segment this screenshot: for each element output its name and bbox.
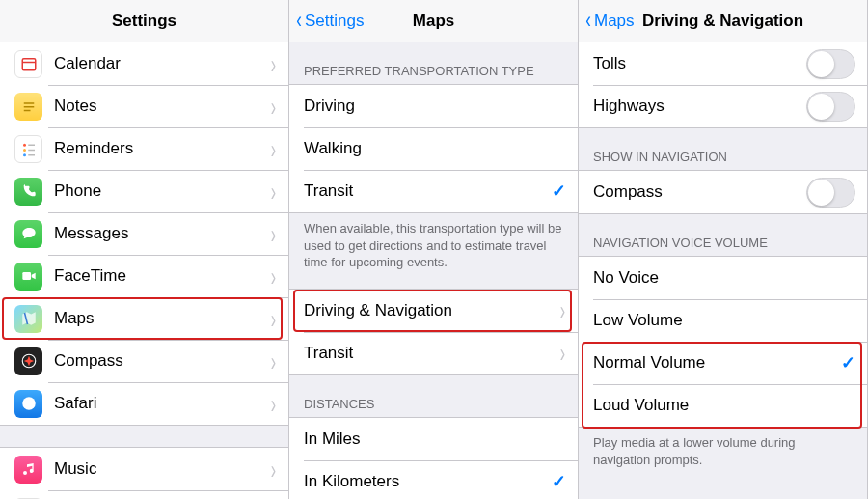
- chevron-right-icon: ›: [560, 295, 565, 326]
- settings-row-calendar[interactable]: Calendar›: [0, 42, 288, 85]
- back-button[interactable]: ‹ Settings: [295, 0, 364, 42]
- svg-rect-0: [22, 59, 36, 70]
- chevron-right-icon: ›: [271, 388, 276, 419]
- section-footer-transport: When available, this transportation type…: [289, 213, 578, 279]
- toggle-switch[interactable]: [806, 49, 855, 79]
- chevron-right-icon: ›: [271, 91, 276, 122]
- settings-row-phone[interactable]: Phone›: [0, 170, 288, 212]
- row-label: Notes: [54, 97, 270, 116]
- row-label: Driving & Navigation: [304, 301, 559, 320]
- back-label: Settings: [305, 12, 364, 31]
- chevron-right-icon: ›: [271, 346, 276, 376]
- page-title: Driving & Navigation: [642, 12, 803, 31]
- settings-row-safari[interactable]: Safari›: [0, 382, 288, 425]
- page-title: Maps: [413, 12, 454, 31]
- avoid-toggle-highways: Highways: [579, 85, 867, 127]
- row-label: Driving: [304, 97, 566, 116]
- reminders-icon: [14, 135, 42, 163]
- chevron-right-icon: ›: [271, 133, 276, 164]
- row-label: In Miles: [304, 430, 566, 449]
- chevron-right-icon: ›: [271, 176, 276, 207]
- row-label: Transit: [304, 344, 559, 363]
- section-header-show: SHOW IN NAVIGATION: [579, 128, 867, 170]
- section-header-volume: NAVIGATION VOICE VOLUME: [579, 214, 867, 256]
- volume-option-normal-volume[interactable]: Normal Volume✓: [579, 342, 867, 384]
- nav-row-driving-navigation[interactable]: Driving & Navigation›: [289, 290, 578, 332]
- svg-point-7: [23, 153, 26, 156]
- section-header-distances: DISTANCES: [289, 375, 578, 417]
- driving-nav-panel: ‹ Maps Driving & Navigation TollsHighway…: [579, 0, 868, 499]
- settings-row-music[interactable]: Music›: [0, 448, 288, 490]
- row-label: Highways: [593, 97, 806, 116]
- show-toggle-compass: Compass: [579, 171, 867, 213]
- transport-option-walking[interactable]: Walking: [289, 127, 578, 170]
- volume-option-low-volume[interactable]: Low Volume: [579, 299, 867, 342]
- row-label: Normal Volume: [593, 353, 841, 373]
- chevron-right-icon: ›: [271, 218, 276, 249]
- svg-point-13: [22, 397, 36, 410]
- chevron-right-icon: ›: [271, 303, 276, 334]
- row-label: Messages: [54, 224, 270, 243]
- section-footer-volume: Play media at a lower volume during navi…: [579, 428, 867, 476]
- chevron-right-icon: ›: [271, 454, 276, 485]
- row-label: Reminders: [54, 139, 270, 158]
- svg-point-6: [23, 149, 26, 152]
- row-label: Walking: [304, 139, 566, 158]
- calendar-icon: [14, 50, 42, 78]
- svg-point-5: [23, 144, 26, 147]
- navbar: ‹ Settings Maps: [289, 0, 578, 42]
- avoid-toggle-tolls: Tolls: [579, 42, 867, 85]
- chevron-left-icon: ‹: [296, 9, 302, 32]
- volume-option-loud-volume[interactable]: Loud Volume: [579, 384, 867, 427]
- row-label: Phone: [54, 181, 270, 201]
- phone-icon: [14, 178, 42, 206]
- safari-icon: [14, 390, 42, 418]
- toggle-switch[interactable]: [806, 92, 855, 122]
- chevron-right-icon: ›: [560, 338, 565, 369]
- transport-option-driving[interactable]: Driving: [289, 85, 578, 127]
- page-title: Settings: [112, 12, 176, 31]
- row-label: Music: [54, 459, 270, 479]
- settings-row-reminders[interactable]: Reminders›: [0, 127, 288, 170]
- row-label: Maps: [54, 309, 270, 328]
- svg-rect-11: [22, 272, 31, 280]
- row-label: Safari: [54, 394, 270, 413]
- back-button[interactable]: ‹ Maps: [584, 0, 635, 42]
- checkmark-icon: ✓: [552, 180, 566, 202]
- chevron-left-icon: ‹: [585, 9, 591, 32]
- music-icon: [14, 456, 42, 484]
- settings-row-compass[interactable]: Compass›: [0, 340, 288, 382]
- settings-row-facetime[interactable]: FaceTime›: [0, 255, 288, 297]
- maps-settings-panel: ‹ Settings Maps PREFERRED TRANSPORTATION…: [289, 0, 579, 499]
- settings-list: Calendar›Notes›Reminders›Phone›Messages›…: [0, 42, 288, 499]
- back-label: Maps: [594, 12, 635, 31]
- distance-option-in-miles[interactable]: In Miles: [289, 418, 578, 460]
- settings-row-notes[interactable]: Notes›: [0, 85, 288, 127]
- row-label: No Voice: [593, 268, 855, 288]
- row-label: In Kilometers: [304, 472, 552, 491]
- chevron-right-icon: ›: [271, 261, 276, 291]
- nav-row-transit[interactable]: Transit›: [289, 332, 578, 374]
- navbar: ‹ Maps Driving & Navigation: [579, 0, 867, 42]
- distance-option-in-kilometers[interactable]: In Kilometers✓: [289, 460, 578, 499]
- compass-icon: [14, 347, 42, 375]
- settings-row-maps[interactable]: Maps›: [0, 297, 288, 340]
- checkmark-icon: ✓: [552, 471, 566, 492]
- section-header-transport: PREFERRED TRANSPORTATION TYPE: [289, 42, 578, 84]
- facetime-icon: [14, 263, 42, 291]
- transport-option-transit[interactable]: Transit✓: [289, 170, 578, 212]
- notes-icon: [14, 93, 42, 121]
- row-label: Compass: [593, 182, 806, 202]
- chevron-right-icon: ›: [271, 48, 276, 79]
- volume-option-no-voice[interactable]: No Voice: [579, 257, 867, 299]
- row-label: Calendar: [54, 54, 270, 73]
- messages-icon: [14, 220, 42, 248]
- settings-row-messages[interactable]: Messages›: [0, 212, 288, 255]
- row-label: Low Volume: [593, 311, 855, 330]
- row-label: Compass: [54, 351, 270, 371]
- maps-icon: [14, 305, 42, 333]
- settings-row-videos[interactable]: Videos›: [0, 490, 288, 499]
- row-label: Transit: [304, 181, 552, 201]
- row-label: Tolls: [593, 54, 806, 73]
- toggle-switch[interactable]: [806, 178, 855, 208]
